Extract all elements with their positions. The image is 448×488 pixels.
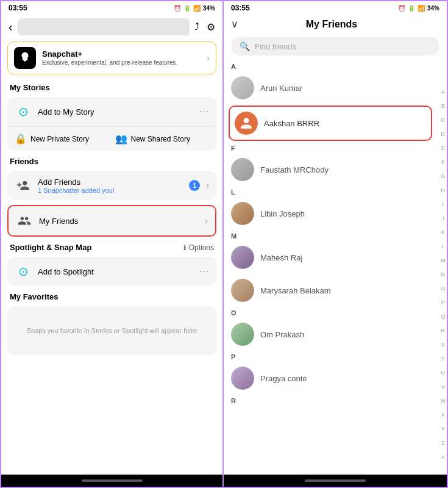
alpha-k[interactable]: K [441,229,445,235]
alpha-r[interactable]: R [441,328,446,334]
my-stories-card: ⊙ Add to My Story ··· 🔒 New Private Stor… [7,97,216,151]
friend-name-om: Om Prakash [260,330,430,339]
add-friends-chevron: › [206,181,209,190]
friend-name-libin: Libin Joseph [260,209,430,218]
private-story-btn[interactable]: 🔒 New Private Story [15,133,109,145]
friend-marysa[interactable]: Marysarah Belakam [224,274,437,307]
favorites-label: My Favorites [1,289,222,304]
alpha-a[interactable]: A [441,89,445,95]
avatar-libin [231,202,254,225]
left-status-bar: 03:55 ⏰ 🔋 📶 34% [1,1,222,15]
alpha-g[interactable]: G [441,173,445,179]
alpha-u[interactable]: U [441,370,446,376]
lock-icon: 🔒 [15,133,27,145]
right-top-nav: ∨ My Friends [224,15,447,34]
left-bottom-bar [1,475,222,487]
spotlight-icon: ⊙ [15,263,32,280]
chevron-down-icon[interactable]: ∨ [231,18,238,30]
battery-percent-r: 34% [427,5,439,12]
section-header-l: L [224,186,437,197]
spotlight-more[interactable]: ··· [199,266,209,277]
alpha-q[interactable]: Q [441,314,445,320]
left-status-icons: ⏰ 🔋 📶 34% [174,5,215,12]
alpha-l[interactable]: L [441,243,444,249]
alpha-hash[interactable]: # [441,454,444,460]
battery-icon-r: 🔋 [408,5,415,12]
friend-name-arun: Arun Kumar [260,84,430,93]
alpha-b[interactable]: B [441,103,445,109]
section-header-a: A [224,60,437,71]
left-home-indicator [82,479,143,482]
signal-icon: 📶 [193,5,201,12]
alpha-s[interactable]: S [441,342,445,348]
add-spotlight-label: Add to Spotlight [38,267,193,276]
options-btn[interactable]: ℹ Options [183,243,214,252]
section-header-p: P [224,351,437,362]
add-story-label: Add to My Story [38,107,193,117]
friend-libin[interactable]: Libin Joseph [224,197,437,230]
friend-faustath[interactable]: Faustath MRChody [224,153,437,186]
right-status-bar: 03:55 ⏰ 🔋 📶 34% [224,1,447,15]
left-phone-panel: 03:55 ⏰ 🔋 📶 34% ‹ ⤴ ⚙ Snapchat+ Exclusiv… [0,0,224,488]
alpha-i[interactable]: I [442,201,444,207]
snapchat-plus-card[interactable]: Snapchat+ Exclusive, experimental, and p… [7,41,216,74]
alpha-j[interactable]: J [442,215,445,221]
alpha-x[interactable]: X [441,412,445,418]
right-time: 03:55 [231,4,250,12]
friends-list: A Arun Kumar Aakshan BRRR F Faustath MRC… [224,60,447,475]
friend-mahesh[interactable]: Mahesh Raj [224,241,437,274]
section-header-o: O [224,307,437,318]
alpha-d[interactable]: D [441,131,446,137]
avatar-arun [231,76,254,99]
add-friends-badge: 1 [189,180,200,191]
snapchat-plus-text: Snapchat+ Exclusive, experimental, and p… [42,49,201,66]
add-to-story-row[interactable]: ⊙ Add to My Story ··· [7,97,216,126]
section-header-r: R [224,395,437,406]
friend-arun-kumar[interactable]: Arun Kumar [224,71,437,104]
favorites-empty-text: Snaps you favorite in Stories or Spotlig… [27,326,197,336]
snapchat-plus-icon [14,47,36,69]
alpha-p[interactable]: P [441,300,445,306]
add-story-more[interactable]: ··· [199,106,209,117]
alpha-t[interactable]: T [441,356,445,362]
stories-actions-row: 🔒 New Private Story 👥 New Shared Story [7,126,216,151]
settings-icon[interactable]: ⚙ [207,21,215,33]
alpha-h[interactable]: H [441,187,446,193]
nav-url-bar [18,18,190,35]
avatar-aakshan [235,112,258,135]
add-to-spotlight-row[interactable]: ⊙ Add to Spotlight ··· [7,257,216,286]
alpha-y[interactable]: Y [441,426,445,432]
shared-story-btn[interactable]: 👥 New Shared Story [115,133,210,145]
left-top-nav: ‹ ⤴ ⚙ [1,15,222,39]
right-bottom-bar [224,475,447,487]
alpha-o[interactable]: O [441,285,445,292]
my-friends-row[interactable]: My Friends › [7,205,216,237]
friend-om[interactable]: Om Prakash [224,318,437,351]
alpha-m[interactable]: M [441,257,446,264]
right-status-icons: ⏰ 🔋 📶 34% [398,5,439,12]
alpha-n[interactable]: N [441,271,446,278]
friend-aakshan[interactable]: Aakshan BRRR [229,106,432,141]
share-icon[interactable]: ⤴ [194,21,199,32]
search-bar[interactable]: 🔍 Find friends [231,37,439,56]
back-icon[interactable]: ‹ [9,20,13,34]
alphabet-bar[interactable]: A B C D E F G H I J K L M N O P Q R S T … [441,87,446,462]
alpha-w[interactable]: W [441,398,446,404]
add-friends-card: Add Friends 1 Snapchatter added you! 1 › [7,171,216,200]
friend-pragya[interactable]: Pragya conte [224,362,437,395]
signal-icon-r: 📶 [418,5,425,12]
avatar-marysa [231,279,254,302]
add-friends-row[interactable]: Add Friends 1 Snapchatter added you! 1 › [7,171,216,200]
private-story-label: New Private Story [30,135,89,143]
friend-name-faustath: Faustath MRChody [260,165,430,174]
right-home-indicator [305,479,366,482]
alpha-e[interactable]: E [441,145,445,151]
avatar-om [231,323,254,346]
alpha-v[interactable]: V [441,384,445,390]
alpha-f[interactable]: F [441,159,445,165]
options-text: Options [189,243,214,252]
alpha-z[interactable]: Z [441,440,445,446]
alarm-icon: ⏰ [174,5,181,12]
alpha-c[interactable]: C [441,117,446,123]
friend-name-mahesh: Mahesh Raj [260,253,430,262]
